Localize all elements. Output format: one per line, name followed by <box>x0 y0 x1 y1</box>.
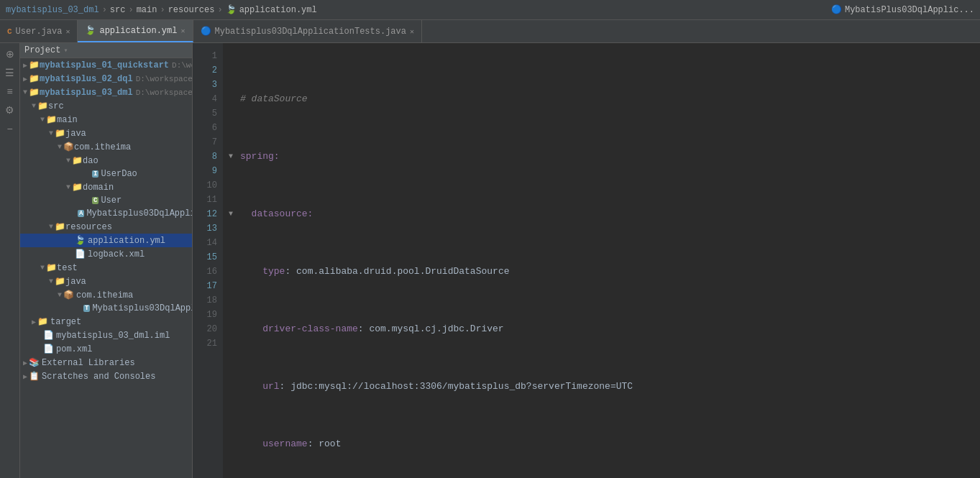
breadcrumb-src[interactable]: src <box>110 5 126 15</box>
tree-test-class[interactable]: T Mybatisplus03DqlApplicationTes... <box>20 302 192 315</box>
ln-11: 11 <box>193 193 223 207</box>
arrow-scratches: ▶ <box>23 372 27 381</box>
external-libraries-label: External Libraries <box>42 358 135 368</box>
breadcrumb-sep1: › <box>102 5 107 15</box>
test-label: test <box>57 263 78 273</box>
test-class-icon: T <box>83 305 90 312</box>
tree-pom[interactable]: 📄 pom.xml <box>20 342 192 356</box>
globe-button[interactable]: ⊕ <box>2 46 18 62</box>
ln-21: 21 <box>193 336 223 351</box>
tree-domain[interactable]: ▼ 📁 domain <box>20 180 192 194</box>
breadcrumb-sep3: › <box>160 5 165 15</box>
project3-label: mybatisplus_03_dml <box>40 88 133 98</box>
ln-6: 6 <box>193 121 223 135</box>
folder-icon-dao: 📁 <box>72 155 83 166</box>
arrow-src: ▼ <box>32 102 36 110</box>
tree-main[interactable]: ▼ 📁 main <box>20 113 192 127</box>
title-bar: mybatisplus_03_dml › src › main › resour… <box>0 0 980 20</box>
folder-icon-src: 📁 <box>37 101 48 111</box>
code-line-5: driver-class-name: com.mysql.cj.jdbc.Dri… <box>229 322 980 336</box>
arrow-resources: ▼ <box>49 223 53 231</box>
tree-java[interactable]: ▼ 📁 java <box>20 127 192 140</box>
code-line-7: username: root <box>229 437 980 451</box>
tree-com-itheima[interactable]: ▼ 📦 com.itheima <box>20 140 192 154</box>
tree-userdao[interactable]: I UserDao <box>20 167 192 180</box>
tree-external-libraries[interactable]: ▶ 📚 External Libraries <box>20 356 192 369</box>
target-label: target <box>50 317 81 327</box>
folder-icon-test-java: 📁 <box>55 276 65 287</box>
arrow-main: ▼ <box>40 116 45 124</box>
tab-mybatisplus-test[interactable]: 🔵 Mybatisplus03DqlApplicationTests.java … <box>193 20 422 42</box>
tree-resources[interactable]: ▼ 📁 resources <box>20 220 192 234</box>
tree-project1[interactable]: ▶ 📁 mybatisplus_01_quickstart D:\workspa… <box>20 58 192 72</box>
resources-label: resources <box>65 222 112 232</box>
gear-button[interactable]: ⚙ <box>2 102 18 118</box>
folder-icon-project3: 📁 <box>29 87 40 98</box>
ln-19: 19 <box>193 308 223 322</box>
breadcrumb-filename: application.yml <box>239 5 317 15</box>
tab-user-java[interactable]: C User.java ✕ <box>0 20 78 42</box>
breadcrumb-main[interactable]: main <box>137 5 157 15</box>
tab-application-yml[interactable]: 🍃 application.yml ✕ <box>78 20 193 42</box>
scratches-icon: 📋 <box>29 371 40 382</box>
folder-icon-resources: 📁 <box>55 221 65 232</box>
iml-icon: 📄 <box>43 330 54 341</box>
main-label: main <box>57 115 78 125</box>
tab-close-application-yml[interactable]: ✕ <box>180 27 185 35</box>
fold-2[interactable]: ▼ <box>229 150 240 164</box>
tree-mybatisplus03-app[interactable]: A Mybatisplus03DqlApplication <box>20 207 192 220</box>
user-label: User <box>101 196 122 206</box>
tree-application-yml[interactable]: 🍃 application.yml <box>20 234 192 247</box>
project1-label: mybatisplus_01_quickstart <box>40 60 169 70</box>
ln-17: 17 <box>193 279 223 293</box>
fold-5 <box>229 322 240 336</box>
tree-scratches[interactable]: ▶ 📋 Scratches and Consoles <box>20 369 192 383</box>
code-line-1: # dataSource <box>229 92 980 106</box>
com-itheima-label: com.itheima <box>74 142 131 152</box>
project-header-label: Project <box>24 45 60 55</box>
ln-2: 2 <box>193 63 223 78</box>
arrow-project2: ▶ <box>23 75 27 83</box>
code-content[interactable]: # dataSource ▼ spring: ▼ datasource: typ… <box>223 43 980 478</box>
arrow-domain: ▼ <box>66 183 70 191</box>
java-icon: C <box>7 27 12 36</box>
ln-7: 7 <box>193 135 223 150</box>
tree-target[interactable]: ▶ 📁 target <box>20 315 192 328</box>
minus-button[interactable]: − <box>2 121 18 137</box>
tree-user[interactable]: C User <box>20 194 192 207</box>
arrow-project1: ▶ <box>23 61 27 70</box>
align-right-button[interactable]: ≡ <box>2 83 18 99</box>
ln-18: 18 <box>193 293 223 308</box>
domain-label: domain <box>83 183 114 193</box>
pom-label: pom.xml <box>56 344 92 354</box>
breadcrumb-project[interactable]: mybatisplus_03_dml <box>6 5 99 15</box>
tree-project2[interactable]: ▶ 📁 mybatisplus_02_dql D:\workspace\myba… <box>20 72 192 86</box>
code-text-6: url: jdbc:mysql://localhost:3306/mybatis… <box>240 380 633 394</box>
tab-close-mybatisplus-test[interactable]: ✕ <box>410 27 414 36</box>
tab-close-user-java[interactable]: ✕ <box>65 27 70 36</box>
tree-src[interactable]: ▼ 📁 src <box>20 99 192 113</box>
tree-test-com-itheima[interactable]: ▼ 📦 com.itheima <box>20 288 192 302</box>
tree-test[interactable]: ▼ 📁 test <box>20 261 192 275</box>
tree-test-java[interactable]: ▼ 📁 java <box>20 275 192 288</box>
tree-project3[interactable]: ▼ 📁 mybatisplus_03_dml D:\workspace\myba… <box>20 86 192 99</box>
tree-iml[interactable]: 📄 mybatisplus_03_dml.iml <box>20 328 192 342</box>
ln-1: 1 <box>193 49 223 63</box>
project2-label: mybatisplus_02_dql <box>40 74 133 84</box>
code-editor[interactable]: 1 2 3 4 5 6 7 8 9 10 11 12 13 14 15 16 1… <box>193 43 980 478</box>
ln-13: 13 <box>193 221 223 236</box>
ln-14: 14 <box>193 236 223 250</box>
breadcrumb-sep4: › <box>217 5 222 15</box>
ln-12: 12 <box>193 207 223 221</box>
tree-logback-xml[interactable]: 📄 logback.xml <box>20 247 192 261</box>
breadcrumb-resources[interactable]: resources <box>168 5 215 15</box>
ln-16: 16 <box>193 265 223 279</box>
code-line-4: type: com.alibaba.druid.pool.DruidDataSo… <box>229 265 980 279</box>
code-line-2: ▼ spring: <box>229 150 980 164</box>
top-right-icon: 🔵 <box>831 4 842 15</box>
test-java-label: java <box>65 277 86 287</box>
fold-3[interactable]: ▼ <box>229 207 240 221</box>
tree-dao[interactable]: ▼ 📁 dao <box>20 154 192 167</box>
align-left-button[interactable]: ☰ <box>2 65 18 81</box>
code-line-3: ▼ datasource: <box>229 207 980 221</box>
